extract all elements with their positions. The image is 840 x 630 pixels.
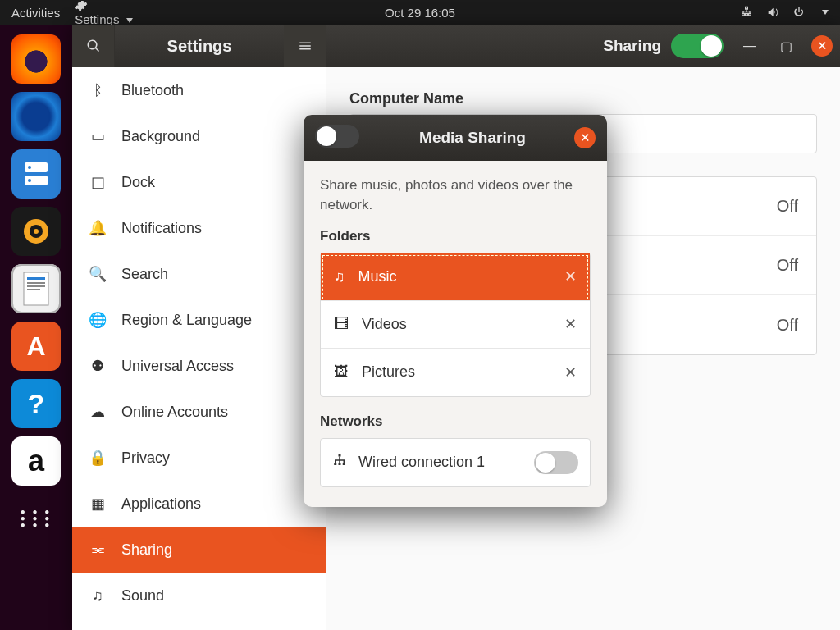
folder-label: Videos [362,316,407,333]
music-icon: ♫ [89,587,107,605]
sidebar-item-dock[interactable]: ◫Dock [72,159,326,205]
sidebar-item-region[interactable]: 🌐Region & Language [72,297,326,343]
hamburger-menu-button[interactable] [284,25,326,67]
activities-button[interactable]: Activities [11,6,60,20]
folder-row-pictures[interactable]: 🖼 Pictures ✕ [321,349,590,396]
wired-network-icon [332,453,347,472]
sidebar-item-universal-access[interactable]: ⚉Universal Access [72,343,326,389]
sidebar-item-label: Sharing [121,541,172,559]
sidebar-item-sound[interactable]: ♫Sound [72,573,326,619]
svg-rect-11 [27,289,40,290]
dock-app-amazon[interactable]: a [11,436,61,486]
networks-list: Wired connection 1 [320,438,591,487]
network-toggle[interactable] [534,451,578,474]
window-headerbar: Settings Sharing — ▢ ✕ [72,25,840,67]
dock-app-rhythmbox[interactable] [11,207,61,256]
maximize-button[interactable]: ▢ [768,25,804,67]
bluetooth-icon: ᛒ [89,81,107,99]
system-status-area[interactable] [740,6,829,19]
shopping-bag-icon: A [26,331,45,362]
sidebar-item-label: Bluetooth [121,82,184,99]
amazon-icon: a [28,444,44,478]
cloud-icon: ☁ [89,403,107,421]
svg-rect-8 [27,277,45,280]
settings-sidebar: ᛒBluetooth ▭Background ◫Dock 🔔Notificati… [72,67,326,630]
sidebar-item-sharing[interactable]: ⫘Sharing [72,527,326,573]
display-icon: ▭ [89,127,107,145]
image-icon: 🖼 [334,363,349,381]
search-button[interactable] [72,25,115,67]
search-icon [86,39,101,53]
status-text: Off [777,256,798,275]
app-menu[interactable]: Settings [75,0,132,26]
document-icon [21,271,52,307]
launcher-dock: A ? a ● ● ●● ● ●● ● ● [0,25,72,630]
sidebar-item-label: Applications [121,495,201,513]
sidebar-item-label: Online Accounts [121,404,228,421]
minimize-button[interactable]: — [732,25,768,67]
sidebar-item-label: Sound [121,587,164,605]
close-button[interactable]: ✕ [804,25,840,67]
window-title: Settings [115,25,284,67]
help-icon: ? [28,388,45,420]
close-icon: ✕ [811,35,833,57]
maximize-icon: ▢ [780,39,792,54]
sidebar-item-label: Dock [121,174,155,191]
dock-app-software[interactable]: A [11,322,61,371]
remove-folder-button[interactable]: ✕ [564,363,577,381]
dock-app-thunderbird[interactable] [11,92,61,141]
network-row: Wired connection 1 [321,439,590,486]
svg-rect-14 [339,463,341,465]
svg-rect-10 [27,285,45,287]
menu-icon [298,39,313,53]
sidebar-item-privacy[interactable]: 🔒Privacy [72,435,326,481]
sidebar-item-notifications[interactable]: 🔔Notifications [72,205,326,251]
status-text: Off [777,197,798,216]
files-icon [20,159,52,189]
sidebar-item-bluetooth[interactable]: ᛒBluetooth [72,67,326,113]
clock[interactable]: Oct 29 16:05 [385,6,455,20]
dock-icon: ◫ [89,173,107,191]
music-icon: ♫ [334,268,345,285]
dock-show-applications[interactable]: ● ● ●● ● ●● ● ● [11,494,61,543]
dock-app-firefox[interactable] [11,34,61,84]
network-label: Wired connection 1 [358,454,485,471]
accessibility-icon: ⚉ [89,357,107,375]
sidebar-item-background[interactable]: ▭Background [72,113,326,159]
speaker-icon [21,217,51,246]
computer-name-label: Computer Name [349,90,817,107]
gear-icon [75,0,88,12]
panel-title: Sharing [603,25,671,67]
sidebar-item-applications[interactable]: ▦Applications [72,481,326,527]
dock-app-files[interactable] [11,149,61,199]
network-icon [740,6,753,19]
gnome-topbar: Activities Settings Oct 29 16:05 [0,0,840,25]
sidebar-item-label: Privacy [121,450,170,467]
svg-point-2 [28,166,31,169]
sidebar-item-online-accounts[interactable]: ☁Online Accounts [72,389,326,435]
close-icon: ✕ [580,130,591,145]
remove-folder-button[interactable]: ✕ [564,267,577,285]
folder-row-music[interactable]: ♫ Music ✕ [321,253,590,301]
sidebar-item-label: Region & Language [121,312,252,329]
minimize-icon: — [743,39,756,53]
dialog-close-button[interactable]: ✕ [574,127,596,148]
media-sharing-toggle[interactable] [315,125,359,148]
volume-icon [766,6,779,19]
dock-app-help[interactable]: ? [11,379,61,428]
sidebar-item-label: Universal Access [121,358,234,375]
globe-icon: 🌐 [89,311,107,329]
status-text: Off [777,316,798,335]
bell-icon: 🔔 [89,219,107,237]
folder-row-videos[interactable]: 🎞 Videos ✕ [321,301,590,349]
dock-app-writer[interactable] [11,264,61,313]
remove-folder-button[interactable]: ✕ [564,315,577,333]
sidebar-item-label: Background [121,128,200,145]
film-icon: 🎞 [334,316,349,333]
grid-icon: ● ● ●● ● ●● ● ● [21,509,52,528]
sidebar-item-search[interactable]: 🔍Search [72,251,326,297]
sharing-master-toggle[interactable] [671,34,724,58]
dialog-description: Share music, photos and videos over the … [320,176,591,215]
svg-point-3 [28,179,31,182]
folders-list: ♫ Music ✕ 🎞 Videos ✕ 🖼 Pictures ✕ [320,253,591,397]
